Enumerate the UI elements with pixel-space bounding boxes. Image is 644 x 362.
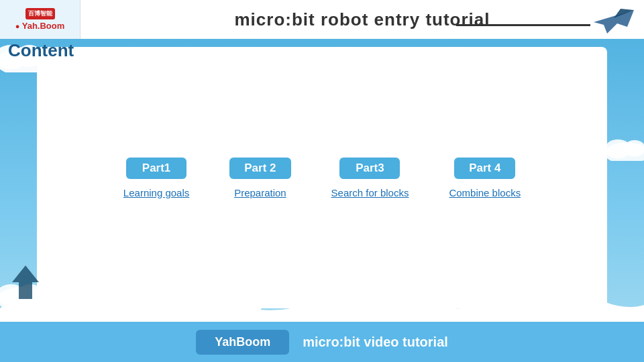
footer-subtitle: micro:bit video tutorial bbox=[303, 335, 448, 350]
content-label: Content bbox=[8, 40, 74, 61]
svg-point-11 bbox=[40, 294, 121, 325]
part-4-badge: Part 4 bbox=[454, 158, 515, 179]
airplane-icon bbox=[590, 3, 637, 40]
part-2-item: Part 2 Preparation bbox=[229, 158, 290, 198]
part-1-badge: Part1 bbox=[126, 158, 186, 179]
logo-box: 百博智能 bbox=[25, 8, 55, 19]
bottom-cloud-wave bbox=[0, 285, 644, 325]
top-bar: 百博智能 ● Yah.Boom micro:bit robot entry tu… bbox=[0, 0, 644, 39]
svg-marker-15 bbox=[12, 265, 39, 299]
part-3-link[interactable]: Search for blocks bbox=[331, 187, 409, 198]
main-card: Part1 Learning goals Part 2 Preparation … bbox=[37, 47, 607, 308]
arrow-decoration bbox=[12, 265, 39, 302]
page-title: micro:bit robot entry tutorial bbox=[235, 9, 490, 30]
title-area: micro:bit robot entry tutorial bbox=[80, 9, 644, 30]
part-4-link[interactable]: Combine blocks bbox=[449, 187, 521, 198]
part-4-item: Part 4 Combine blocks bbox=[449, 158, 521, 198]
logo-yahboom: ● Yah.Boom bbox=[15, 21, 65, 31]
svg-point-14 bbox=[483, 289, 564, 321]
footer: YahBoom micro:bit video tutorial bbox=[0, 322, 644, 362]
logo-area: 百博智能 ● Yah.Boom bbox=[0, 0, 80, 39]
logo-brand-icon: ● bbox=[15, 22, 20, 30]
title-underline bbox=[456, 24, 590, 26]
part-3-badge: Part3 bbox=[339, 158, 400, 179]
logo-inner: 百博智能 ● Yah.Boom bbox=[15, 8, 65, 31]
parts-container: Part1 Learning goals Part 2 Preparation … bbox=[123, 158, 521, 198]
logo-chinese-text: 百博智能 bbox=[28, 10, 52, 17]
svg-marker-0 bbox=[594, 10, 634, 34]
part-1-link[interactable]: Learning goals bbox=[123, 187, 189, 198]
part-2-badge: Part 2 bbox=[229, 158, 290, 179]
part-1-item: Part1 Learning goals bbox=[123, 158, 189, 198]
svg-point-13 bbox=[325, 286, 413, 321]
part-2-link[interactable]: Preparation bbox=[234, 187, 286, 198]
footer-brand: YahBoom bbox=[196, 330, 289, 355]
svg-point-12 bbox=[168, 288, 262, 325]
part-3-item: Part3 Search for blocks bbox=[331, 158, 409, 198]
